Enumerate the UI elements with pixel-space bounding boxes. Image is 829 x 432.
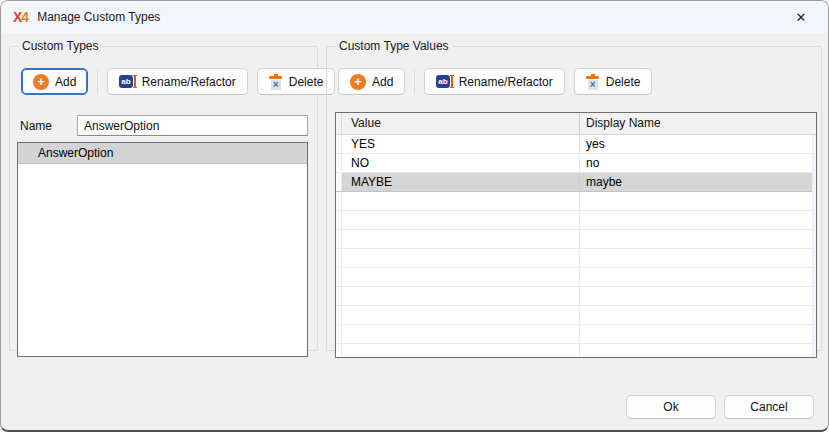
add-icon: +	[33, 74, 49, 90]
cell-value[interactable]: YES	[342, 135, 580, 153]
toolbar-separator	[414, 70, 415, 94]
delete-icon: ×	[586, 74, 600, 90]
cell-display-name[interactable]: yes	[580, 135, 816, 153]
table-row-empty	[336, 287, 816, 306]
values-table: Value Display Name YES yes NO no MAYBE m…	[335, 112, 817, 358]
toolbar-separator	[97, 70, 98, 94]
delete-icon: ×	[269, 74, 283, 90]
rename-value-button[interactable]: ab Rename/Refactor	[424, 68, 564, 95]
screenshot: X4 Manage Custom Types ✕ Custom Types + …	[0, 0, 829, 432]
table-row-empty	[336, 230, 816, 249]
cell-display-name[interactable]: no	[580, 154, 816, 172]
type-name-input[interactable]	[77, 115, 308, 136]
cancel-button[interactable]: Cancel	[724, 395, 814, 419]
title-bar: X4 Manage Custom Types ✕	[1, 1, 828, 33]
delete-value-button[interactable]: × Delete	[574, 68, 653, 95]
rename-icon: ab	[436, 75, 452, 88]
table-row-empty	[336, 268, 816, 287]
list-item[interactable]: AnswerOption	[18, 143, 307, 164]
table-scrollbar[interactable]	[812, 135, 816, 357]
table-row-empty	[336, 344, 816, 358]
custom-types-group: Custom Types + Add ab Rename/Refactor × …	[9, 39, 318, 351]
table-row-empty	[336, 249, 816, 268]
cell-value[interactable]: MAYBE	[342, 173, 580, 191]
add-type-label: Add	[55, 75, 76, 89]
window-title: Manage Custom Types	[37, 10, 160, 24]
rename-value-label: Rename/Refactor	[459, 75, 553, 89]
custom-type-values-legend: Custom Type Values	[335, 39, 453, 53]
table-row-empty	[336, 325, 816, 344]
table-row-empty	[336, 192, 816, 211]
custom-types-legend: Custom Types	[18, 39, 102, 53]
custom-types-toolbar: + Add ab Rename/Refactor × Delete	[21, 68, 335, 95]
name-label: Name	[20, 119, 52, 133]
close-icon[interactable]: ✕	[786, 4, 816, 30]
rename-type-label: Rename/Refactor	[142, 75, 236, 89]
table-row-selected[interactable]: MAYBE maybe	[336, 173, 816, 192]
delete-value-label: Delete	[606, 75, 641, 89]
delete-type-button[interactable]: × Delete	[257, 68, 336, 95]
custom-type-values-toolbar: + Add ab Rename/Refactor × Delete	[338, 68, 652, 95]
rename-icon: ab	[119, 75, 135, 88]
table-row-empty	[336, 211, 816, 230]
add-value-label: Add	[372, 75, 393, 89]
values-table-header: Value Display Name	[336, 113, 816, 135]
table-row-empty	[336, 306, 816, 325]
values-table-empty-rows	[336, 192, 816, 358]
add-value-button[interactable]: + Add	[338, 68, 405, 95]
custom-types-list[interactable]: AnswerOption	[17, 142, 308, 357]
table-row[interactable]: YES yes	[336, 135, 816, 154]
x4-logo: X4	[13, 9, 28, 25]
column-header-display-name[interactable]: Display Name	[580, 113, 816, 134]
cell-value[interactable]: NO	[342, 154, 580, 172]
rename-type-button[interactable]: ab Rename/Refactor	[107, 68, 247, 95]
table-row[interactable]: NO no	[336, 154, 816, 173]
dialog-manage-custom-types: X4 Manage Custom Types ✕ Custom Types + …	[0, 0, 829, 432]
delete-type-label: Delete	[289, 75, 324, 89]
custom-type-values-group: Custom Type Values + Add ab Rename/Refac…	[326, 39, 822, 351]
add-icon: +	[350, 74, 366, 90]
ok-button[interactable]: Ok	[626, 395, 716, 419]
add-type-button[interactable]: + Add	[21, 68, 88, 95]
column-header-value[interactable]: Value	[342, 113, 580, 134]
cell-display-name[interactable]: maybe	[580, 173, 816, 191]
